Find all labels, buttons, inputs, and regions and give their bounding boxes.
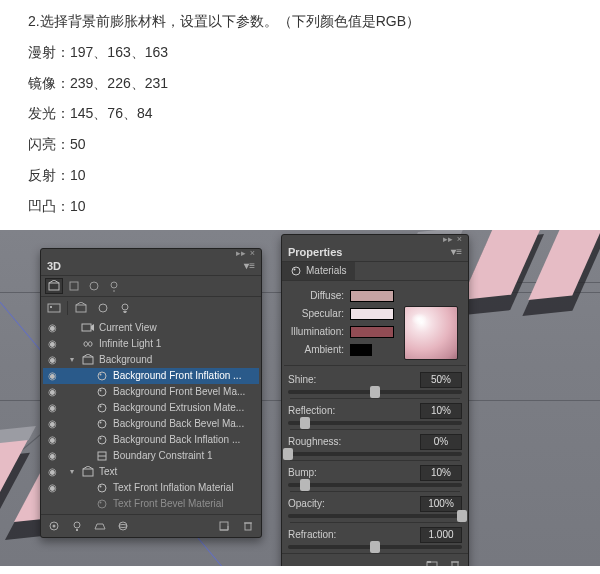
light-icon[interactable] xyxy=(116,300,134,316)
slider-opacity[interactable] xyxy=(288,514,462,518)
text-face xyxy=(461,230,544,300)
slider-value[interactable]: 10% xyxy=(420,465,462,481)
illumination-swatch[interactable] xyxy=(350,326,394,338)
slider-bump[interactable] xyxy=(288,483,462,487)
panel-menu-icon[interactable]: ▾≡ xyxy=(244,260,255,271)
visibility-toggle-icon[interactable]: ◉ xyxy=(45,354,59,365)
panel-3d: ▸▸ × 3D ▾≡ ◉Current View◉Infinite Light … xyxy=(40,248,262,538)
tree-row[interactable]: ◉Current View xyxy=(43,320,259,336)
panel-grip[interactable]: ▸▸ × xyxy=(41,249,261,257)
slider-shine[interactable] xyxy=(288,390,462,394)
disclosure-triangle-icon[interactable]: ▾ xyxy=(67,467,77,476)
slider-row: Bump:10% xyxy=(288,465,462,487)
tree-row[interactable]: ◉Infinite Light 1 xyxy=(43,336,259,352)
slider-thumb[interactable] xyxy=(300,417,310,429)
collapse-icon[interactable]: ▸▸ xyxy=(236,248,245,257)
tree-row[interactable]: ◉Background Extrusion Mate... xyxy=(43,400,259,416)
material-preview[interactable] xyxy=(404,306,458,360)
tree-row[interactable]: ◉▾Background xyxy=(43,352,259,368)
slider-thumb[interactable] xyxy=(370,541,380,553)
close-icon[interactable]: × xyxy=(455,234,464,243)
divider xyxy=(284,365,466,366)
light-bulb-icon[interactable] xyxy=(68,518,86,534)
visibility-toggle-icon[interactable]: ◉ xyxy=(45,434,59,445)
tree-row[interactable]: ◉Boundary Constraint 1 xyxy=(43,448,259,464)
visibility-toggle-icon[interactable]: ◉ xyxy=(45,386,59,397)
sphere-icon[interactable] xyxy=(114,518,132,534)
collapse-icon[interactable]: ▸▸ xyxy=(443,234,452,243)
svg-rect-36 xyxy=(245,523,251,530)
mesh-icon[interactable] xyxy=(72,300,90,316)
svg-point-17 xyxy=(100,405,102,407)
filter-tabs xyxy=(41,276,261,297)
material-icon xyxy=(95,386,109,398)
plane-icon[interactable] xyxy=(91,518,109,534)
diffuse-swatch[interactable] xyxy=(350,290,394,302)
disclosure-triangle-icon[interactable]: ▾ xyxy=(67,355,77,364)
infinity-icon xyxy=(81,338,95,350)
tab-material[interactable] xyxy=(85,278,103,294)
tab-scene[interactable] xyxy=(45,278,63,294)
svg-rect-35 xyxy=(220,522,228,530)
trash-icon[interactable] xyxy=(239,518,257,534)
close-icon[interactable]: × xyxy=(248,248,257,257)
tree-row[interactable]: ◉▾Text xyxy=(43,464,259,480)
visibility-toggle-icon[interactable]: ◉ xyxy=(45,338,59,349)
divider xyxy=(290,398,460,399)
slider-thumb[interactable] xyxy=(300,479,310,491)
material-icon xyxy=(95,402,109,414)
tree-row[interactable]: ◉Background Front Inflation ... xyxy=(43,368,259,384)
slider-value[interactable]: 100% xyxy=(420,496,462,512)
render-icon[interactable] xyxy=(45,518,63,534)
specular-swatch[interactable] xyxy=(350,308,394,320)
svg-point-8 xyxy=(99,304,107,312)
svg-point-2 xyxy=(90,282,98,290)
slider-thumb[interactable] xyxy=(283,448,293,460)
svg-point-3 xyxy=(111,282,117,288)
panel-menu-icon[interactable]: ▾≡ xyxy=(451,246,462,257)
visibility-toggle-icon[interactable]: ◉ xyxy=(45,466,59,477)
tree-row[interactable]: Text Front Bevel Material xyxy=(43,496,259,512)
tab-light[interactable] xyxy=(105,278,123,294)
panel-properties: ▸▸ × Properties ▾≡ Materials Diffuse: Sp… xyxy=(281,234,469,566)
ambient-swatch[interactable] xyxy=(350,344,372,356)
slider-roughness[interactable] xyxy=(288,452,462,456)
tab-mesh[interactable] xyxy=(65,278,83,294)
divider xyxy=(290,460,460,461)
scene-icon[interactable] xyxy=(45,300,63,316)
tree-row[interactable]: ◉Background Back Inflation ... xyxy=(43,432,259,448)
tree-label: Text Front Bevel Material xyxy=(113,498,257,509)
slider-value[interactable]: 0% xyxy=(420,434,462,450)
svg-rect-42 xyxy=(452,562,458,566)
tab-materials[interactable]: Materials xyxy=(282,262,355,280)
panel-grip[interactable]: ▸▸ × xyxy=(282,235,468,243)
visibility-toggle-icon[interactable]: ◉ xyxy=(45,370,59,381)
material-icon[interactable] xyxy=(94,300,112,316)
folder-icon[interactable] xyxy=(423,557,441,566)
3d-viewport[interactable]: ▸▸ × 3D ▾≡ ◉Current View◉Infinite Light … xyxy=(0,230,600,566)
tree-label: Background Back Bevel Ma... xyxy=(113,418,257,429)
trash-icon[interactable] xyxy=(446,557,464,566)
visibility-toggle-icon[interactable]: ◉ xyxy=(45,418,59,429)
layer-tree: ◉Current View◉Infinite Light 1◉▾Backgrou… xyxy=(41,318,261,514)
visibility-toggle-icon[interactable]: ◉ xyxy=(45,482,59,493)
slider-thumb[interactable] xyxy=(370,386,380,398)
tree-row[interactable]: ◉Background Front Bevel Ma... xyxy=(43,384,259,400)
svg-point-27 xyxy=(98,500,106,508)
slider-thumb[interactable] xyxy=(457,510,467,522)
tree-row[interactable]: ◉Text Front Inflation Material xyxy=(43,480,259,496)
slider-refraction[interactable] xyxy=(288,545,462,549)
tree-row[interactable]: ◉Background Back Bevel Ma... xyxy=(43,416,259,432)
slider-value[interactable]: 10% xyxy=(420,403,462,419)
slider-value[interactable]: 1.000 xyxy=(420,527,462,543)
illumination-label: Illumination: xyxy=(288,326,344,337)
new-layer-icon[interactable] xyxy=(216,518,234,534)
visibility-toggle-icon[interactable]: ◉ xyxy=(45,322,59,333)
svg-rect-5 xyxy=(48,304,60,312)
visibility-toggle-icon[interactable]: ◉ xyxy=(45,450,59,461)
visibility-toggle-icon[interactable]: ◉ xyxy=(45,402,59,413)
material-icon xyxy=(95,418,109,430)
slider-reflection[interactable] xyxy=(288,421,462,425)
specular-label: Specular: xyxy=(288,308,344,319)
slider-value[interactable]: 50% xyxy=(420,372,462,388)
